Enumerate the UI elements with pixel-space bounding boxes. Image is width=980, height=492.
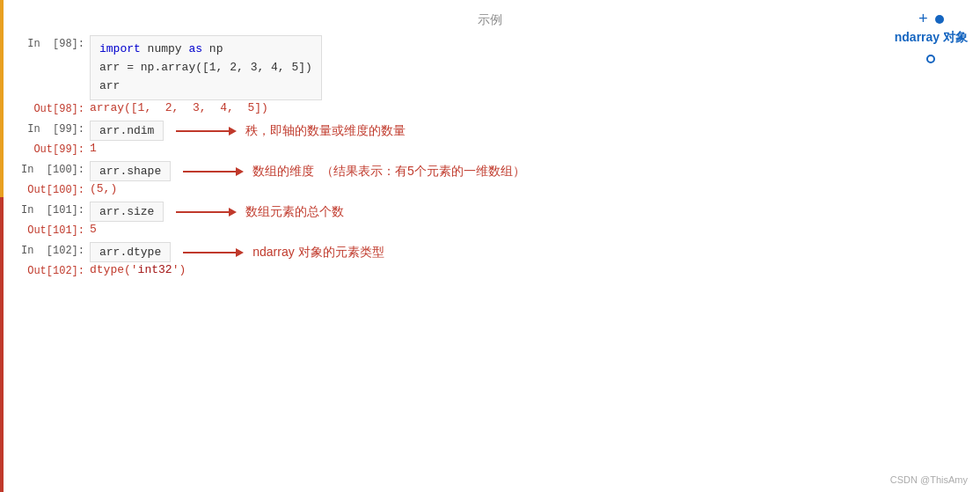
cell-102-in-label: In [102]:	[18, 242, 90, 257]
cell-99-in: In [99]: arr.ndim 秩，即轴的数量或维度的数量	[18, 121, 962, 141]
cell-99-out-value: 1	[90, 142, 97, 155]
cell-100-arrow	[183, 167, 244, 176]
cell-99-in-label: In [99]:	[18, 121, 90, 136]
arrow-line-99	[176, 130, 229, 132]
cell-99-out-label: Out[99]:	[18, 141, 90, 156]
empty-dot-icon	[926, 55, 935, 63]
top-right-panel: + ndarray 对象	[895, 11, 968, 63]
cell-102: In [102]: arr.dtype ndarray 对象的元素类型 Out[…	[18, 242, 962, 277]
cell-102-out-label: Out[102]:	[18, 262, 90, 277]
cell-102-arrow	[183, 248, 244, 257]
cell-100-out-value: (5,)	[90, 182, 117, 195]
arrow-line-102	[183, 252, 236, 253]
code-line-1: import numpy as np	[99, 40, 312, 59]
cell-99-arrow	[176, 127, 237, 136]
left-bar	[0, 0, 4, 492]
cell-98-out-label: Out[98]:	[18, 100, 90, 115]
cell-100-in: In [100]: arr.shape 数组的维度 （结果表示：有5个元素的一维…	[18, 161, 962, 181]
cell-99-in-content: arr.ndim 秩，即轴的数量或维度的数量	[90, 121, 962, 141]
arrow-head-100	[236, 167, 244, 176]
cell-101-arrow	[176, 208, 237, 217]
page-container: + ndarray 对象 示例 In [98]: import numpy as…	[0, 0, 980, 492]
cell-98-in: In [98]: import numpy as np arr = np.arr…	[18, 35, 962, 100]
cell-99-code: arr.ndim	[90, 121, 164, 141]
cell-102-in-content: arr.dtype ndarray 对象的元素类型	[90, 242, 962, 262]
cell-102-out-value: dtype('int32')	[90, 263, 186, 276]
code-line-3: arr	[99, 77, 312, 96]
cell-102-code: arr.dtype	[90, 242, 171, 262]
cell-100-code: arr.shape	[90, 161, 171, 181]
cell-98-code: import numpy as np arr = np.array([1, 2,…	[90, 35, 322, 100]
cell-100-annotation: 数组的维度 （结果表示：有5个元素的一维数组）	[252, 164, 525, 180]
cell-101: In [101]: arr.size 数组元素的总个数 Out[101]: 5	[18, 202, 962, 237]
cell-101-in-content: arr.size 数组元素的总个数	[90, 202, 962, 222]
plus-icon: +	[918, 11, 928, 28]
cell-101-in-label: In [101]:	[18, 202, 90, 217]
cell-102-in: In [102]: arr.dtype ndarray 对象的元素类型	[18, 242, 962, 262]
cell-98: In [98]: import numpy as np arr = np.arr…	[18, 35, 962, 115]
plus-dot-row: +	[895, 11, 968, 28]
arrow-head-102	[236, 248, 244, 257]
cell-101-out-value: 5	[90, 223, 97, 236]
cell-100-out: Out[100]: (5,)	[18, 181, 962, 196]
cell-100-out-label: Out[100]:	[18, 181, 90, 196]
cell-98-out: Out[98]: array([1, 2, 3, 4, 5])	[18, 100, 962, 115]
cell-102-out: Out[102]: dtype('int32')	[18, 262, 962, 277]
cell-101-annotation: 数组元素的总个数	[245, 204, 344, 220]
page-title: 示例	[0, 0, 980, 35]
cell-98-out-value: array([1, 2, 3, 4, 5])	[90, 101, 268, 114]
cell-101-in: In [101]: arr.size 数组元素的总个数	[18, 202, 962, 222]
main-content: In [98]: import numpy as np arr = np.arr…	[0, 35, 980, 300]
arrow-line-100	[183, 171, 236, 173]
cell-99-annotation: 秩，即轴的数量或维度的数量	[245, 123, 406, 139]
cell-99: In [99]: arr.ndim 秩，即轴的数量或维度的数量 Out[99]:…	[18, 121, 962, 156]
arrow-head-99	[229, 127, 237, 136]
cell-101-code: arr.size	[90, 202, 164, 222]
cell-100: In [100]: arr.shape 数组的维度 （结果表示：有5个元素的一维…	[18, 161, 962, 196]
cell-100-in-content: arr.shape 数组的维度 （结果表示：有5个元素的一维数组）	[90, 161, 962, 181]
cell-101-out: Out[101]: 5	[18, 222, 962, 237]
cell-99-out: Out[99]: 1	[18, 141, 962, 156]
watermark: CSDN @ThisAmy	[890, 474, 968, 485]
code-line-2: arr = np.array([1, 2, 3, 4, 5])	[99, 59, 312, 77]
cell-98-in-label: In [98]:	[18, 35, 90, 50]
filled-dot-icon	[935, 15, 944, 24]
arrow-head-101	[229, 208, 237, 217]
cell-102-annotation: ndarray 对象的元素类型	[252, 245, 384, 261]
cell-101-out-label: Out[101]:	[18, 222, 90, 237]
cell-100-in-label: In [100]:	[18, 161, 90, 176]
arrow-line-101	[176, 211, 229, 213]
ndarray-label: ndarray 对象	[895, 30, 968, 46]
